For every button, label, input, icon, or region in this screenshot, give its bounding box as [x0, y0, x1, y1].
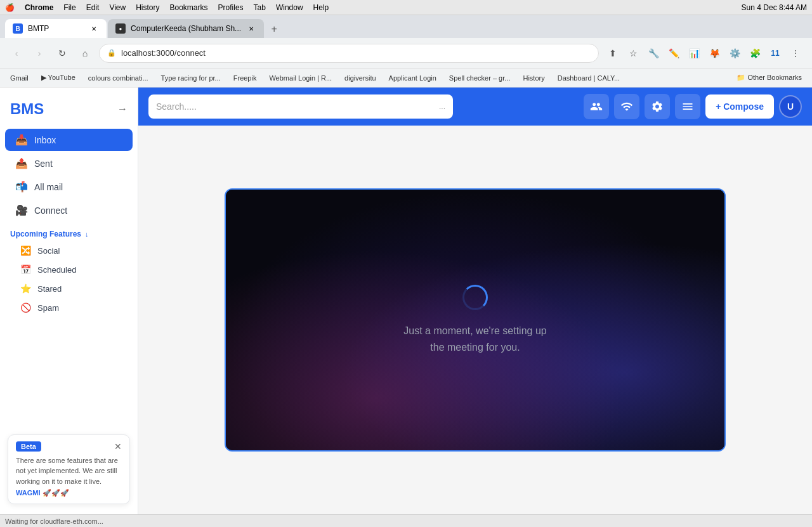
- search-placeholder: Search.....: [156, 101, 434, 112]
- tab-computerkeeda-title: ComputerKeeda (Shubham Sh...: [131, 24, 241, 33]
- nav-item-spam[interactable]: 🚫 Spam: [5, 299, 133, 316]
- spam-icon: 🚫: [20, 303, 31, 313]
- extension-icon-3[interactable]: 📊: [685, 44, 703, 62]
- logout-icon[interactable]: →: [117, 103, 128, 115]
- tab-computerkeeda[interactable]: ● ComputerKeeda (Shubham Sh... ✕: [108, 19, 264, 38]
- tab-bar: B BMTP ✕ ● ComputerKeeda (Shubham Sh... …: [0, 15, 812, 38]
- datetime-display: Sun 4 Dec 8:44 AM: [742, 3, 807, 12]
- beta-badge: Beta: [16, 441, 41, 452]
- meeting-text-line2: the meeting for you.: [403, 339, 546, 356]
- tab-bmtp[interactable]: B BMTP ✕: [5, 19, 107, 38]
- bookmarks-bar: Gmail ▶ YouTube colours combinati... Typ…: [0, 68, 812, 88]
- signal-button[interactable]: [614, 94, 639, 119]
- allmail-label: All mail: [34, 182, 63, 192]
- compose-button[interactable]: + Compose: [705, 94, 774, 119]
- menu-button[interactable]: [675, 94, 700, 119]
- bookmark-dashboard[interactable]: Dashboard | CALY...: [553, 71, 625, 85]
- meeting-container: Just a moment, we're setting up the meet…: [225, 188, 726, 452]
- extension-icon-2[interactable]: ✏️: [665, 44, 683, 62]
- search-dots: ...: [439, 102, 445, 111]
- meeting-text-line1: Just a moment, we're setting up: [403, 323, 546, 339]
- nav-item-social[interactable]: 🔀 Social: [5, 242, 133, 259]
- bookmark-other[interactable]: 📁 Other Bookmarks: [731, 71, 807, 85]
- bookmark-applicant[interactable]: Applicant Login: [384, 71, 442, 85]
- bookmark-spellchecker[interactable]: Spell checker – gr...: [444, 71, 516, 85]
- lock-icon: 🔒: [107, 49, 116, 57]
- extensions-icon[interactable]: 🧩: [746, 44, 764, 62]
- bookmarks-menu[interactable]: Bookmarks: [170, 3, 208, 12]
- file-menu[interactable]: File: [63, 3, 75, 12]
- sent-icon: 📤: [15, 157, 28, 169]
- upcoming-arrow-icon: ↓: [85, 230, 89, 238]
- view-menu[interactable]: View: [109, 3, 126, 12]
- apple-menu[interactable]: 🍎: [5, 3, 15, 12]
- more-icon[interactable]: ⋮: [787, 44, 804, 62]
- bookmark-gmail[interactable]: Gmail: [5, 71, 34, 85]
- spam-label: Spam: [37, 303, 59, 313]
- edit-menu[interactable]: Edit: [86, 3, 100, 12]
- nav-item-sent[interactable]: 📤 Sent: [5, 152, 133, 174]
- meeting-loading-text: Just a moment, we're setting up the meet…: [403, 323, 546, 355]
- nav-item-scheduled[interactable]: 📅 Scheduled: [5, 261, 133, 278]
- nav-item-connect[interactable]: 🎥 Connect: [5, 199, 133, 221]
- bookmark-icon[interactable]: ☆: [624, 44, 642, 62]
- chrome-window: B BMTP ✕ ● ComputerKeeda (Shubham Sh... …: [0, 15, 812, 527]
- extension-icon-5[interactable]: ⚙️: [726, 44, 743, 62]
- settings-button[interactable]: [645, 94, 670, 119]
- meeting-area: Just a moment, we're setting up the meet…: [138, 126, 812, 514]
- scheduled-label: Scheduled: [37, 265, 76, 275]
- bookmark-colours[interactable]: colours combinati...: [83, 71, 154, 85]
- bookmark-typeracing[interactable]: Type racing for pr...: [156, 71, 226, 85]
- new-tab-button[interactable]: +: [265, 20, 283, 38]
- stared-label: Stared: [37, 284, 62, 294]
- beta-card: Beta ✕ There are some features that are …: [8, 434, 130, 505]
- tab-bmtp-title: BMTP: [28, 24, 84, 33]
- bookmark-youtube[interactable]: ▶ YouTube: [36, 71, 81, 85]
- home-button[interactable]: ⌂: [76, 44, 94, 62]
- tab-computerkeeda-close[interactable]: ✕: [246, 23, 256, 34]
- extension-icon-4[interactable]: 🦊: [705, 44, 723, 62]
- share-icon[interactable]: ⬆: [604, 44, 622, 62]
- connect-label: Connect: [34, 205, 67, 216]
- beta-close-icon[interactable]: ✕: [114, 441, 122, 452]
- toolbar-right: + Compose U: [584, 94, 802, 119]
- history-menu[interactable]: History: [136, 3, 159, 12]
- nav-item-allmail[interactable]: 📬 All mail: [5, 176, 133, 198]
- status-bar: Waiting for cloudflare-eth.com...: [0, 514, 812, 527]
- bookmark-history[interactable]: History: [518, 71, 549, 85]
- compose-label: + Compose: [716, 101, 764, 112]
- loading-spinner: [462, 285, 488, 310]
- window-menu[interactable]: Window: [276, 3, 303, 12]
- search-box[interactable]: Search..... ...: [148, 94, 453, 119]
- bookmark-digiversitu[interactable]: digiversitu: [339, 71, 381, 85]
- url-text: localhost:3000/connect: [121, 48, 206, 58]
- nav-item-stared[interactable]: ⭐ Stared: [5, 280, 133, 297]
- nav-item-inbox[interactable]: 📥 Inbox: [5, 129, 133, 151]
- reload-button[interactable]: ↻: [53, 44, 71, 62]
- stared-icon: ⭐: [20, 283, 31, 294]
- bookmark-webmail[interactable]: Webmail Login | R...: [264, 71, 337, 85]
- people-button[interactable]: [584, 94, 609, 119]
- sidebar-logo-area: BMS →: [0, 95, 138, 128]
- social-icon: 🔀: [20, 245, 31, 256]
- tab-bmtp-close[interactable]: ✕: [89, 23, 99, 34]
- user-avatar[interactable]: U: [779, 95, 802, 118]
- help-menu[interactable]: Help: [313, 3, 329, 12]
- back-button[interactable]: ‹: [8, 44, 25, 62]
- tab-menu[interactable]: Tab: [254, 3, 266, 12]
- url-bar[interactable]: 🔒 localhost:3000/connect: [99, 44, 599, 63]
- top-toolbar: Search..... ...: [138, 88, 812, 126]
- sidebar: BMS → 📥 Inbox 📤 Sent 📬 All mail 🎥 Connec…: [0, 88, 138, 514]
- inbox-icon: 📥: [15, 134, 28, 146]
- profile-icon[interactable]: 11: [766, 44, 784, 62]
- chrome-menu[interactable]: Chrome: [25, 3, 53, 12]
- bookmark-freepik[interactable]: Freepik: [228, 71, 262, 85]
- extension-icon-1[interactable]: 🔧: [645, 44, 662, 62]
- app-layout: BMS → 📥 Inbox 📤 Sent 📬 All mail 🎥 Connec…: [0, 88, 812, 514]
- forward-button[interactable]: ›: [30, 44, 48, 62]
- upcoming-features-text: Upcoming Features: [10, 230, 81, 238]
- people-icon: [590, 100, 603, 113]
- meeting-content: Just a moment, we're setting up the meet…: [226, 190, 724, 450]
- profiles-menu[interactable]: Profiles: [218, 3, 244, 12]
- logo-text: BMS: [10, 100, 44, 118]
